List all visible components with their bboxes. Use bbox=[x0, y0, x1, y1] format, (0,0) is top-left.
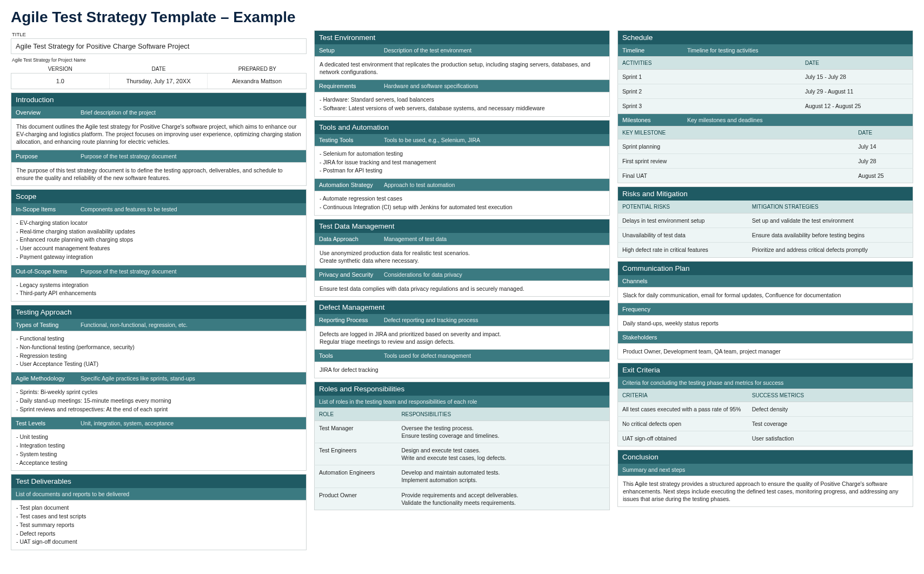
list-item: Test plan document bbox=[21, 504, 301, 512]
table-row: Automation Engineers Develop and maintai… bbox=[315, 465, 610, 488]
rep-text-line1: Defects are logged in JIRA and prioritiz… bbox=[320, 331, 501, 337]
role-cell: Automation Engineers bbox=[315, 465, 397, 488]
outscope-list: Legacy systems integration Third-party A… bbox=[11, 278, 307, 302]
roles-table: ROLE RESPONSIBILITIES Test Manager Overs… bbox=[314, 408, 610, 510]
channels-text: Slack for daily communication, email for… bbox=[617, 288, 913, 303]
page-title: Agile Test Strategy Template – Example bbox=[11, 9, 913, 26]
risks-table: POTENTIAL RISKS MITIGATION STRATEGIES De… bbox=[617, 201, 913, 258]
section-conclusion: Conclusion bbox=[617, 450, 913, 464]
timeline-hint: Timeline for testing activities bbox=[683, 44, 913, 56]
title-value: Agile Test Strategy for Positive Charge … bbox=[11, 38, 307, 54]
table-row: Sprint planningJuly 14 bbox=[618, 139, 913, 153]
outscope-hint: Purpose of the test strategy document bbox=[76, 265, 306, 277]
list-item: Continuous Integration (CI) setup with J… bbox=[324, 203, 604, 212]
table-row: Final UATAugust 25 bbox=[618, 168, 913, 183]
inscope-label: In-Scope Items bbox=[11, 203, 76, 215]
levels-list: Unit testing Integration testing System … bbox=[11, 430, 307, 471]
testing-tools-label: Testing Tools bbox=[315, 134, 380, 146]
list-item: Automate regression test cases bbox=[324, 195, 604, 203]
data-label: Data Approach bbox=[315, 233, 380, 245]
list-item: Enhanced route planning with charging st… bbox=[21, 236, 301, 244]
agile-hint: Specific Agile practices like sprints, s… bbox=[76, 372, 306, 384]
meta-preparedby: Alexandra Mattson bbox=[208, 74, 306, 89]
list-item: Test cases and test scripts bbox=[21, 512, 301, 521]
list-item: Software: Latest versions of web servers… bbox=[324, 104, 604, 113]
roles-header-resp: RESPONSIBILITIES bbox=[397, 408, 609, 421]
column-3: Schedule Timeline Timeline for testing a… bbox=[617, 30, 913, 550]
list-item: Daily stand-up meetings: 15-minute meeti… bbox=[21, 397, 301, 405]
list-item: JIRA for issue tracking and test managem… bbox=[324, 158, 604, 167]
setup-label: Setup bbox=[315, 44, 380, 56]
table-row: Delays in test environment setupSet up a… bbox=[618, 213, 913, 228]
column-2: Test Environment Setup Description of th… bbox=[314, 30, 610, 550]
role-cell: Test Manager bbox=[315, 421, 397, 443]
list-item: User account management features bbox=[21, 244, 301, 253]
list-item: Legacy systems integration bbox=[21, 281, 301, 290]
auto-list: Automate regression test cases Continuou… bbox=[314, 191, 610, 216]
meta-date: Thursday, July 17, 20XX bbox=[110, 74, 208, 89]
conclusion-text: This Agile test strategy provides a stru… bbox=[617, 476, 913, 508]
section-schedule: Schedule bbox=[617, 30, 913, 44]
list-item: Integration testing bbox=[21, 442, 301, 450]
meta-header-version: VERSION bbox=[11, 66, 109, 72]
auto-label: Automation Strategy bbox=[315, 179, 380, 191]
milestones-label: Milestones bbox=[618, 114, 683, 126]
auto-hint: Approach to test automation bbox=[380, 179, 609, 191]
resp-cell: Develop and maintain automated tests.Imp… bbox=[397, 465, 609, 488]
resp-cell: Provide requirements and accept delivera… bbox=[397, 488, 609, 510]
role-cell: Test Engineers bbox=[315, 443, 397, 465]
section-exit: Exit Criteria bbox=[617, 363, 913, 377]
purpose-text: The purpose of this test strategy docume… bbox=[11, 163, 307, 186]
metrics-header: SUCCESS METRICS bbox=[748, 389, 913, 402]
table-row: First sprint reviewJuly 28 bbox=[618, 153, 913, 168]
agile-list: Sprints: Bi-weekly sprint cycles Daily s… bbox=[11, 385, 307, 417]
data-text-line1: Use anonymized production data for reali… bbox=[320, 250, 470, 256]
outscope-label: Out-of-Scope Items bbox=[11, 265, 76, 277]
inscope-hint: Components and features to be tested bbox=[76, 203, 306, 215]
privacy-label: Privacy and Security bbox=[315, 269, 380, 281]
agile-label: Agile Methodology bbox=[11, 372, 76, 384]
table-row: Sprint 2July 29 - August 11 bbox=[618, 84, 913, 99]
list-item: Sprint reviews and retrospectives: At th… bbox=[21, 405, 301, 414]
timeline-label: Timeline bbox=[618, 44, 683, 56]
table-row: Test Manager Oversee the testing process… bbox=[315, 421, 610, 443]
list-item: Defect reports bbox=[21, 530, 301, 538]
meta-header-preparedby: PREPARED BY bbox=[208, 66, 307, 72]
roles-hint: List of roles in the testing team and re… bbox=[315, 396, 609, 408]
purpose-hint: Purpose of the test strategy document bbox=[76, 150, 306, 162]
meta-values: 1.0 Thursday, July 17, 20XX Alexandra Ma… bbox=[11, 73, 307, 89]
purpose-label: Purpose bbox=[11, 150, 76, 162]
section-scope: Scope bbox=[11, 189, 307, 203]
table-row: Unavailability of test dataEnsure data a… bbox=[618, 228, 913, 243]
table-row: All test cases executed with a pass rate… bbox=[618, 402, 913, 417]
defect-tools-text: JIRA for defect tracking bbox=[314, 362, 610, 378]
conclusion-hint: Summary and next steps bbox=[618, 464, 913, 476]
meta-header-date: DATE bbox=[109, 66, 208, 72]
list-item: Unit testing bbox=[21, 433, 301, 442]
defect-tools-hint: Tools used for defect management bbox=[380, 350, 609, 362]
rep-label: Reporting Process bbox=[315, 314, 380, 326]
list-item: Payment gateway integration bbox=[21, 253, 301, 262]
overview-text: This document outlines the Agile test st… bbox=[11, 119, 307, 150]
resp-cell: Oversee the testing process.Ensure testi… bbox=[397, 421, 609, 443]
list-item: Postman for API testing bbox=[324, 166, 604, 175]
resp-cell: Design and execute test cases.Write and … bbox=[397, 443, 609, 465]
types-hint: Functional, non-functional, regression, … bbox=[76, 319, 306, 331]
section-comm: Communication Plan bbox=[617, 261, 913, 275]
stakeholders-text: Product Owner, Development team, QA team… bbox=[617, 344, 913, 359]
exit-table: CRITERIA SUCCESS METRICS All test cases … bbox=[617, 389, 913, 446]
req-label: Requirements bbox=[315, 80, 380, 92]
role-cell: Product Owner bbox=[315, 488, 397, 510]
exit-hint: Criteria for concluding the testing phas… bbox=[618, 377, 913, 389]
list-item: System testing bbox=[21, 450, 301, 459]
activities-header: ACTIVITIES bbox=[618, 57, 801, 70]
section-approach: Testing Approach bbox=[11, 305, 307, 319]
list-item: Real-time charging station availability … bbox=[21, 228, 301, 236]
data-text: Use anonymized production data for reali… bbox=[314, 245, 610, 269]
frequency-label: Frequency bbox=[618, 303, 913, 315]
activities-table: ACTIVITIES DATE Sprint 1July 15 - July 2… bbox=[617, 57, 913, 114]
levels-label: Test Levels bbox=[11, 417, 76, 429]
list-item: UAT sign-off document bbox=[21, 538, 301, 546]
list-item: Selenium for automation testing bbox=[324, 150, 604, 158]
table-row: UAT sign-off obtainedUser satisfaction bbox=[618, 431, 913, 446]
